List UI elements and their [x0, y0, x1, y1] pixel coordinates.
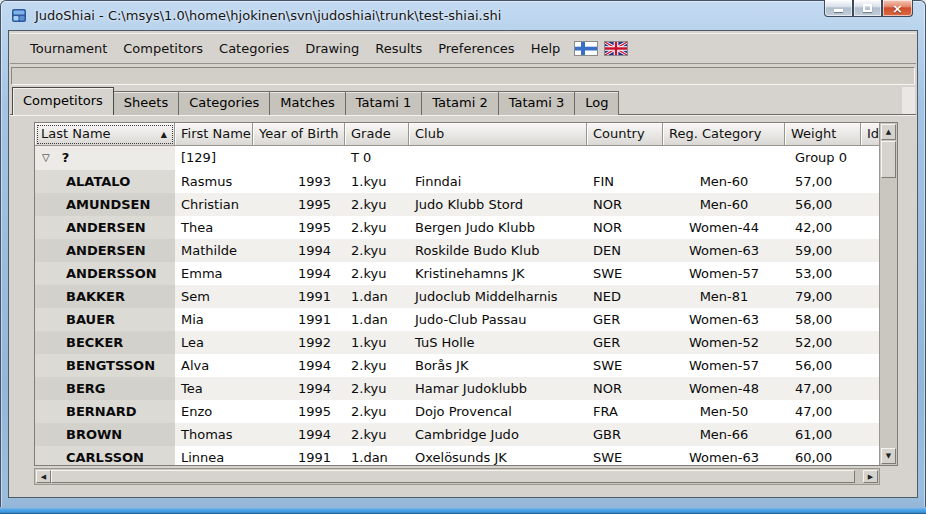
table-row[interactable]: ANDERSSON Emma 1994 2.kyu Kristinehamns … — [35, 262, 879, 285]
scroll-right-button[interactable]: ▶ — [863, 470, 878, 483]
menu-preferences[interactable]: Preferences — [430, 37, 522, 60]
tab-log[interactable]: Log — [574, 91, 619, 115]
cell-weight: 56,00 — [785, 354, 861, 377]
table-header: Last Name ▲ First Name Year of Birth Gra… — [35, 123, 879, 146]
uk-flag-icon — [605, 42, 627, 55]
table-row[interactable]: BERNARD Enzo 1995 2.kyu Dojo Provencal F… — [35, 400, 879, 423]
column-header-grade[interactable]: Grade — [345, 123, 409, 146]
column-header-weight[interactable]: Weight — [785, 123, 861, 146]
cell-id — [861, 423, 879, 446]
expander-icon[interactable]: ▽ — [42, 146, 50, 170]
table-row[interactable]: BENGTSSON Alva 1994 2.kyu Borås JK SWE W… — [35, 354, 879, 377]
cell-last-name: AMUNDSEN — [35, 193, 175, 216]
finnish-flag-icon — [575, 42, 597, 55]
cell-country: GBR — [587, 423, 663, 446]
maximize-button[interactable] — [853, 0, 882, 17]
tab-tatami-2[interactable]: Tatami 2 — [421, 91, 499, 115]
tab-tatami-1[interactable]: Tatami 1 — [345, 91, 423, 115]
cell-last-name: BECKER — [35, 331, 175, 354]
menubar: Tournament Competitors Categories Drawin… — [10, 33, 916, 64]
menu-drawing[interactable]: Drawing — [297, 37, 367, 60]
vertical-scroll-thumb[interactable] — [881, 141, 896, 178]
cell-first-name: Thea — [175, 216, 253, 239]
table-row[interactable]: ANDERSEN Mathilde 1994 2.kyu Roskilde Bu… — [35, 239, 879, 262]
cell-country: NOR — [587, 216, 663, 239]
group-cell-year — [253, 146, 345, 170]
tab-categories[interactable]: Categories — [178, 91, 270, 115]
cell-grade: 1.dan — [345, 285, 409, 308]
menu-tournament[interactable]: Tournament — [22, 37, 115, 60]
group-cell-country — [587, 146, 663, 170]
window-frame-bottom — [0, 507, 926, 514]
cell-club: Hamar Judoklubb — [409, 377, 587, 400]
cell-id — [861, 170, 879, 193]
menu-categories[interactable]: Categories — [211, 37, 297, 60]
minimize-button[interactable] — [824, 0, 853, 17]
cell-last-name: BERNARD — [35, 400, 175, 423]
cell-last-name: CARLSSON — [35, 446, 175, 465]
column-header-club[interactable]: Club — [409, 123, 587, 146]
tab-competitors[interactable]: Competitors — [12, 87, 114, 115]
table-row[interactable]: BERG Tea 1994 2.kyu Hamar Judoklubb NOR … — [35, 377, 879, 400]
cell-year-of-birth: 1995 — [253, 400, 345, 423]
cell-country: SWE — [587, 262, 663, 285]
cell-country: SWE — [587, 354, 663, 377]
column-header-last-name[interactable]: Last Name ▲ — [35, 123, 175, 146]
cell-year-of-birth: 1995 — [253, 216, 345, 239]
group-cell-club — [409, 146, 587, 170]
cell-reg-category: Women-63 — [663, 239, 785, 262]
cell-grade: 2.kyu — [345, 354, 409, 377]
table-row[interactable]: CARLSSON Linnea 1991 1.dan Oxelösunds JK… — [35, 446, 879, 465]
cell-year-of-birth: 1994 — [253, 239, 345, 262]
cell-club: Roskilde Budo Klub — [409, 239, 587, 262]
cell-club: Borås JK — [409, 354, 587, 377]
column-header-country[interactable]: Country — [587, 123, 663, 146]
table-row[interactable]: BROWN Thomas 1994 2.kyu Cambridge Judo G… — [35, 423, 879, 446]
column-header-year-of-birth[interactable]: Year of Birth — [253, 123, 345, 146]
table-row[interactable]: BAUER Mia 1991 1.dan Judo-Club Passau GE… — [35, 308, 879, 331]
scroll-left-button[interactable]: ◀ — [36, 470, 51, 483]
column-header-id[interactable]: Id — [861, 123, 879, 146]
cell-first-name: Tea — [175, 377, 253, 400]
titlebar[interactable]: JudoShiai - C:\msys\1.0\home\hjokinen\sv… — [0, 0, 926, 30]
column-header-first-name[interactable]: First Name — [175, 123, 253, 146]
cell-grade: 1.dan — [345, 446, 409, 465]
column-header-reg-category[interactable]: Reg. Category — [663, 123, 785, 146]
uk-flag-button[interactable] — [604, 41, 628, 56]
tab-matches[interactable]: Matches — [269, 91, 345, 115]
cell-weight: 58,00 — [785, 308, 861, 331]
cell-id — [861, 239, 879, 262]
cell-country: NOR — [587, 377, 663, 400]
cell-year-of-birth: 1991 — [253, 308, 345, 331]
menu-results[interactable]: Results — [367, 37, 430, 60]
scroll-up-button[interactable]: ▲ — [881, 124, 896, 140]
finnish-flag-button[interactable] — [574, 41, 598, 56]
cell-club: Dojo Provencal — [409, 400, 587, 423]
horizontal-scroll-thumb[interactable] — [51, 470, 855, 483]
table-row[interactable]: ANDERSEN Thea 1995 2.kyu Bergen Judo Klu… — [35, 216, 879, 239]
cell-last-name: BROWN — [35, 423, 175, 446]
tab-sheets[interactable]: Sheets — [113, 91, 179, 115]
cell-last-name: ANDERSEN — [35, 239, 175, 262]
tab-tatami-3[interactable]: Tatami 3 — [498, 91, 576, 115]
menu-help[interactable]: Help — [523, 37, 569, 60]
scroll-down-button[interactable]: ▼ — [881, 448, 896, 464]
cell-first-name: Christian — [175, 193, 253, 216]
table-row[interactable]: ALATALO Rasmus 1993 1.kyu Finndai FIN Me… — [35, 170, 879, 193]
menu-competitors[interactable]: Competitors — [115, 37, 211, 60]
window-title: JudoShiai - C:\msys\1.0\home\hjokinen\sv… — [35, 8, 501, 23]
table-row[interactable]: AMUNDSEN Christian 1995 2.kyu Judo Klubb… — [35, 193, 879, 216]
group-row[interactable]: ▽ ? [129] T 0 Group 0 — [35, 146, 879, 170]
cell-reg-category: Women-63 — [663, 446, 785, 465]
table-row[interactable]: BECKER Lea 1992 1.kyu TuS Holle GER Wome… — [35, 331, 879, 354]
table-row[interactable]: BAKKER Sem 1991 1.dan Judoclub Middelhar… — [35, 285, 879, 308]
close-button[interactable]: × — [882, 0, 913, 17]
cell-reg-category: Men-50 — [663, 400, 785, 423]
window-content: Tournament Competitors Categories Drawin… — [8, 30, 918, 498]
cell-first-name: Thomas — [175, 423, 253, 446]
vertical-scrollbar[interactable]: ▲ ▼ — [879, 123, 897, 465]
group-cell-grade: T 0 — [345, 146, 409, 170]
horizontal-scrollbar[interactable]: ◀ ▶ — [34, 468, 880, 485]
cell-reg-category: Women-52 — [663, 331, 785, 354]
cell-last-name: ANDERSSON — [35, 262, 175, 285]
